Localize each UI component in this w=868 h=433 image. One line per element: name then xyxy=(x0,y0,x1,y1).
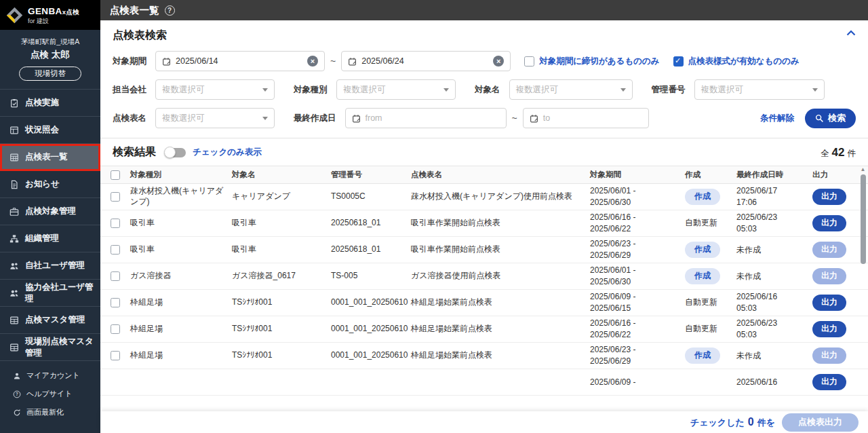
type-select[interactable]: 複数選択可 xyxy=(336,79,456,100)
scrollbar-thumb[interactable] xyxy=(861,174,866,264)
sidebar-item[interactable]: 点検実施 xyxy=(0,90,100,117)
sidebar-item[interactable]: 点検表一覧 xyxy=(0,144,100,171)
sidebar-item-label: 協力会社ユーザ管理 xyxy=(25,282,100,305)
checked-info: チェックした0件を xyxy=(690,416,775,429)
cell-create: 自動更新 xyxy=(685,324,736,335)
cell-control-number: TS0005C xyxy=(331,191,411,202)
row-checkbox[interactable] xyxy=(111,219,120,228)
create-button[interactable]: 作成 xyxy=(685,268,720,284)
create-button[interactable]: 作成 xyxy=(685,347,720,364)
cell-control-number: 0001_001_20250610 xyxy=(331,324,411,335)
cell-create: 作成 xyxy=(685,189,736,205)
row-checkbox[interactable] xyxy=(111,298,120,307)
table-icon xyxy=(9,343,19,352)
last-created-to-input[interactable]: to xyxy=(523,108,649,128)
chevron-down-icon xyxy=(443,88,449,92)
sidebar-item-label: 現場別点検マスタ管理 xyxy=(25,336,100,359)
deadline-only-label: 対象期間に締切があるもののみ xyxy=(539,56,659,67)
cell-create: 作成 xyxy=(685,242,736,258)
sidebar-submenu: マイアカウント?ヘルプサイト画面最新化 xyxy=(0,361,100,427)
svg-text:?: ? xyxy=(16,392,18,396)
output-button[interactable]: 出力 xyxy=(812,374,846,390)
export-button[interactable]: 点検表出力 xyxy=(782,413,859,432)
sidebar-item-label: 自社ユーザ管理 xyxy=(25,260,85,271)
cell-target-type: 枠組足場 xyxy=(130,350,232,361)
sidebar-item[interactable]: 点検マスタ管理 xyxy=(0,307,100,334)
cell-target-name: TSｼﾅﾘｵ001 xyxy=(232,350,331,361)
company-select[interactable]: 複数選択可 xyxy=(155,79,275,100)
switch-site-button[interactable]: 現場切替 xyxy=(19,67,81,81)
table-header-row: 対象種別 対象名 管理番号 点検表名 対象期間 作成 最終作成日時 出力 xyxy=(100,166,868,184)
cell-checkbox xyxy=(100,245,130,255)
cell-output: 出力 xyxy=(812,374,856,390)
row-checkbox[interactable] xyxy=(111,324,120,334)
company-select-placeholder: 複数選択可 xyxy=(162,84,205,96)
cell-last-created: 2025/06/1605:03 xyxy=(736,291,812,314)
col-last-created: 最終作成日時 xyxy=(736,170,812,180)
clear-icon[interactable]: × xyxy=(307,56,318,67)
sidebar-item-label: 状況照会 xyxy=(25,124,59,136)
sidebar-subitem[interactable]: ?ヘルプサイト xyxy=(0,385,100,403)
clear-icon[interactable]: × xyxy=(493,56,504,67)
sidebar-item[interactable]: 点検対象管理 xyxy=(0,198,100,225)
last-created-from-input[interactable]: from xyxy=(345,108,507,128)
output-button[interactable]: 出力 xyxy=(812,215,846,231)
checked-only-toggle-label[interactable]: チェックのみ表示 xyxy=(193,147,262,158)
checked-only-toggle[interactable] xyxy=(165,148,186,157)
valid-format-checkbox[interactable] xyxy=(673,56,684,67)
row-checkbox[interactable] xyxy=(111,192,120,202)
create-button[interactable]: 作成 xyxy=(685,242,720,258)
sidebar-item[interactable]: 組織管理 xyxy=(0,225,100,252)
output-button[interactable]: 出力 xyxy=(812,347,846,364)
user-icon xyxy=(13,372,21,380)
help-icon[interactable]: ? xyxy=(165,5,175,16)
cell-sheet-name: 疎水材投入機(キャリアダンプ)使用前点検表 xyxy=(411,191,590,202)
col-period: 対象期間 xyxy=(590,170,685,180)
target-select[interactable]: 複数選択可 xyxy=(509,79,633,100)
clear-conditions-link[interactable]: 条件解除 xyxy=(760,113,794,124)
sidebar-item[interactable]: 協力会社ユーザ管理 xyxy=(0,280,100,307)
row-checkbox[interactable] xyxy=(111,245,120,255)
output-button[interactable]: 出力 xyxy=(812,321,846,337)
table-row: 吸引車吸引車20250618_01吸引車作業開始前点検表2025/06/23 -… xyxy=(100,237,868,263)
sheet-label: 点検表名 xyxy=(113,113,146,124)
sidebar-item[interactable]: 状況照会 xyxy=(0,117,100,144)
select-all-checkbox[interactable] xyxy=(111,170,120,180)
output-button[interactable]: 出力 xyxy=(812,295,846,311)
sheet-select-placeholder: 複数選択可 xyxy=(162,113,205,124)
period-to-input[interactable]: 2025/06/24 × xyxy=(341,51,511,71)
search-button[interactable]: 検索 xyxy=(805,109,856,128)
row-checkbox[interactable] xyxy=(111,271,120,281)
cell-output: 出力 xyxy=(812,321,856,337)
sidebar-subitem[interactable]: マイアカウント xyxy=(0,366,100,385)
table-icon xyxy=(9,316,19,325)
row-checkbox[interactable] xyxy=(111,351,120,360)
deadline-only-checkbox[interactable] xyxy=(524,56,534,67)
sidebar-item[interactable]: お知らせ xyxy=(0,171,100,198)
output-button[interactable]: 出力 xyxy=(812,189,846,205)
sidebar-item-label: 組織管理 xyxy=(25,233,59,244)
sidebar-item[interactable]: 自社ユーザ管理 xyxy=(0,252,100,280)
sidebar-item[interactable]: 現場別点検マスタ管理 xyxy=(0,334,100,361)
table-row: 枠組足場TSｼﾅﾘｵ0010001_001_20250610枠組足場始業前点検表… xyxy=(100,290,868,316)
logo-for: for 建設 xyxy=(28,17,79,26)
target-select-placeholder: 複数選択可 xyxy=(516,84,559,96)
sidebar-subitem[interactable]: 画面最新化 xyxy=(0,403,100,421)
create-button[interactable]: 作成 xyxy=(685,189,720,205)
last-created-to-placeholder: to xyxy=(543,113,642,123)
collapse-chevron-up-icon[interactable] xyxy=(846,30,856,36)
number-select[interactable]: 複数選択可 xyxy=(694,79,825,100)
site-name: 茅場町駅前_現場A xyxy=(3,37,98,47)
scroll-up-icon[interactable]: ▲ xyxy=(861,167,866,172)
output-button[interactable]: 出力 xyxy=(812,242,846,258)
cell-output: 出力 xyxy=(812,268,856,284)
deadline-only-checkbox-group[interactable]: 対象期間に締切があるもののみ xyxy=(524,56,659,67)
scrollbar[interactable]: ▲ xyxy=(859,167,867,264)
period-from-input[interactable]: 2025/06/14 × xyxy=(155,51,325,71)
sheet-select[interactable]: 複数選択可 xyxy=(155,108,275,128)
sidebar-item-label: 点検マスタ管理 xyxy=(25,314,85,326)
valid-format-checkbox-group[interactable]: 点検表様式が有効なもののみ xyxy=(673,56,800,67)
cell-last-created: 2025/06/2305:03 xyxy=(736,212,812,235)
output-button[interactable]: 出力 xyxy=(812,268,846,284)
type-label: 対象種別 xyxy=(294,84,328,96)
